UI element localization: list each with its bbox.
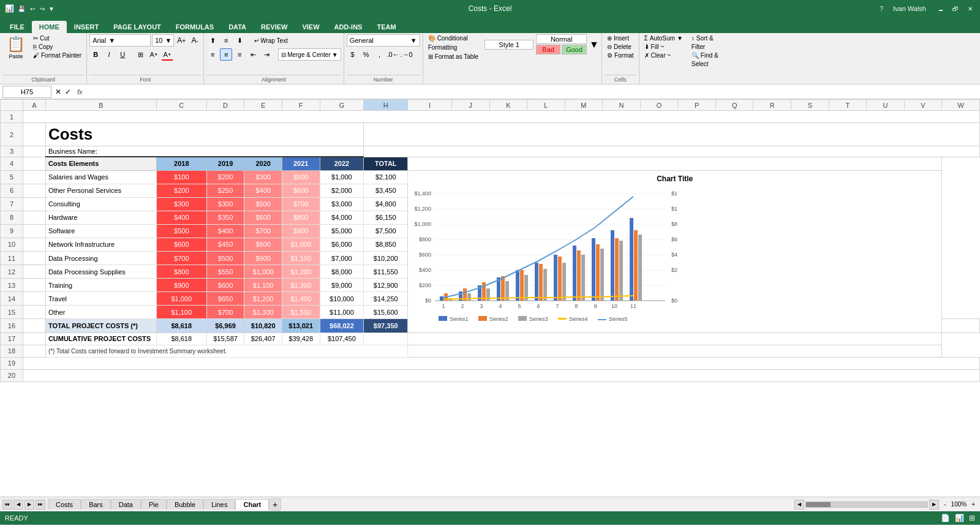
col-t-header[interactable]: T (829, 100, 867, 111)
close-btn[interactable]: ✕ (965, 4, 975, 13)
salaries-2019[interactable]: $200 (206, 170, 244, 184)
add-sheet-button[interactable]: + (269, 498, 281, 511)
total-2019[interactable]: $6,969 (206, 319, 244, 333)
dps-2022[interactable]: $8,000 (320, 265, 364, 279)
row-6-header[interactable]: 6 (1, 184, 23, 197)
increase-font-button[interactable]: A+ (175, 34, 187, 47)
dp-2019[interactable]: $500 (206, 251, 244, 265)
tab-view[interactable]: VIEW (295, 21, 326, 33)
salaries-2018[interactable]: $100 (156, 170, 206, 184)
row-5-a[interactable] (23, 170, 45, 184)
sheet-tab-pie[interactable]: Pie (141, 499, 167, 509)
salaries-2022[interactable]: $1,000 (320, 170, 364, 184)
tv-2018[interactable]: $1,000 (156, 292, 206, 306)
row-8-a[interactable] (23, 211, 45, 224)
normal-style-box[interactable]: Normal (536, 34, 587, 44)
dp-2021[interactable]: $1,100 (282, 251, 320, 265)
align-right-button[interactable]: ≡ (233, 48, 246, 61)
row-15-header[interactable]: 15 (1, 306, 23, 319)
row-2-rest[interactable] (364, 123, 980, 146)
con-2021[interactable]: $700 (282, 197, 320, 211)
other-personal-label[interactable]: Other Personal Services (45, 184, 156, 197)
comma-button[interactable]: , (374, 48, 386, 61)
sheet-tab-costs[interactable]: Costs (48, 499, 81, 509)
decrease-font-button[interactable]: A- (189, 34, 201, 47)
col-r-header[interactable]: R (753, 100, 791, 111)
underline-button[interactable]: U (116, 48, 129, 61)
sheet-nav-first[interactable]: ⏮ (2, 500, 12, 509)
confirm-formula-icon[interactable]: ✓ (64, 88, 72, 96)
zoom-in-btn[interactable]: + (971, 501, 975, 508)
row-7-a[interactable] (23, 197, 45, 211)
sheet-nav-last[interactable]: ⏭ (36, 500, 45, 509)
align-left-button[interactable]: ≡ (206, 48, 219, 61)
ops-2019[interactable]: $250 (206, 184, 244, 197)
con-2019[interactable]: $300 (206, 197, 244, 211)
ops-2022[interactable]: $2,000 (320, 184, 364, 197)
col-o-header[interactable]: O (640, 100, 678, 111)
ops-total[interactable]: $3,450 (364, 184, 408, 197)
tab-insert[interactable]: INSERT (67, 21, 106, 33)
tv-2021[interactable]: $1,400 (282, 292, 320, 306)
fill-button[interactable]: ⬇ Fill ~ (642, 43, 685, 51)
horizontal-scrollbar[interactable] (805, 502, 928, 508)
sheet-tab-data[interactable]: Data (111, 499, 141, 509)
styles-expand-button[interactable]: ▼ (589, 39, 599, 50)
page-break-icon[interactable]: ⊞ (969, 514, 975, 522)
tab-formulas[interactable]: FORMULAS (168, 21, 221, 33)
ni-2021[interactable]: $1,000 (282, 238, 320, 251)
dp-2018[interactable]: $700 (156, 251, 206, 265)
sheet-nav-next[interactable]: ▶ (24, 500, 34, 509)
row-13-a[interactable] (23, 279, 45, 292)
col-v-header[interactable]: V (904, 100, 942, 111)
year-2021-header[interactable]: 2021 (282, 157, 320, 170)
data-processing-label[interactable]: Data Processing (45, 251, 156, 265)
row-8-header[interactable]: 8 (1, 211, 23, 224)
restore-btn[interactable]: 🗗 (951, 4, 960, 13)
row-7-header[interactable]: 7 (1, 197, 23, 211)
row-4-a[interactable] (23, 157, 45, 170)
hw-2020[interactable]: $600 (244, 211, 282, 224)
hw-2019[interactable]: $350 (206, 211, 244, 224)
dp-supplies-label[interactable]: Data Processing Supplies (45, 265, 156, 279)
tab-page-layout[interactable]: PAGE LAYOUT (106, 21, 168, 33)
format-painter-button[interactable]: 🖌 Format Painter (31, 51, 84, 59)
cell-reference-box[interactable] (2, 86, 51, 98)
row-18-header[interactable]: 18 (1, 345, 23, 357)
find-select-button[interactable]: 🔍 Find & (689, 51, 721, 59)
increase-indent-button[interactable]: ⇥ (260, 48, 273, 61)
cum-2018[interactable]: $8,618 (156, 333, 206, 345)
sw-2021[interactable]: $900 (282, 224, 320, 238)
dps-2019[interactable]: $550 (206, 265, 244, 279)
con-2022[interactable]: $3,000 (320, 197, 364, 211)
percent-button[interactable]: % (360, 48, 372, 61)
delete-cells-button[interactable]: ⊖ Delete (605, 43, 636, 51)
row-1-header[interactable]: 1 (1, 111, 23, 123)
sw-2019[interactable]: $400 (206, 224, 244, 238)
cancel-formula-icon[interactable]: ✕ (54, 88, 62, 96)
ni-2020[interactable]: $800 (244, 238, 282, 251)
paste-button[interactable]: 📋 Paste (2, 34, 29, 61)
business-name-cell[interactable]: Business Name: (45, 146, 363, 157)
sw-total[interactable]: $7,500 (364, 224, 408, 238)
font-color-button[interactable]: A▼ (161, 48, 173, 61)
total-costs-label[interactable]: TOTAL PROJECT COSTS (*) (45, 319, 156, 333)
decrease-decimal-button[interactable]: .0← (387, 48, 399, 61)
increase-decimal-button[interactable]: .→0 (401, 48, 413, 61)
dp-total[interactable]: $10,200 (364, 251, 408, 265)
tr-2019[interactable]: $600 (206, 279, 244, 292)
quick-access-redo[interactable]: ↪ (40, 6, 45, 12)
training-label[interactable]: Training (45, 279, 156, 292)
align-center-button[interactable]: ≡ (220, 48, 232, 61)
row-12-a[interactable] (23, 265, 45, 279)
zoom-out-btn[interactable]: - (944, 501, 946, 508)
ot-2020[interactable]: $1,300 (244, 306, 282, 319)
software-label[interactable]: Software (45, 224, 156, 238)
cum-2020[interactable]: $26,407 (244, 333, 282, 345)
col-g-header[interactable]: G (320, 100, 364, 111)
dps-2020[interactable]: $1,000 (244, 265, 282, 279)
ni-2018[interactable]: $600 (156, 238, 206, 251)
total-2020[interactable]: $10,820 (244, 319, 282, 333)
row-10-header[interactable]: 10 (1, 238, 23, 251)
total-grand[interactable]: $97,350 (364, 319, 408, 333)
